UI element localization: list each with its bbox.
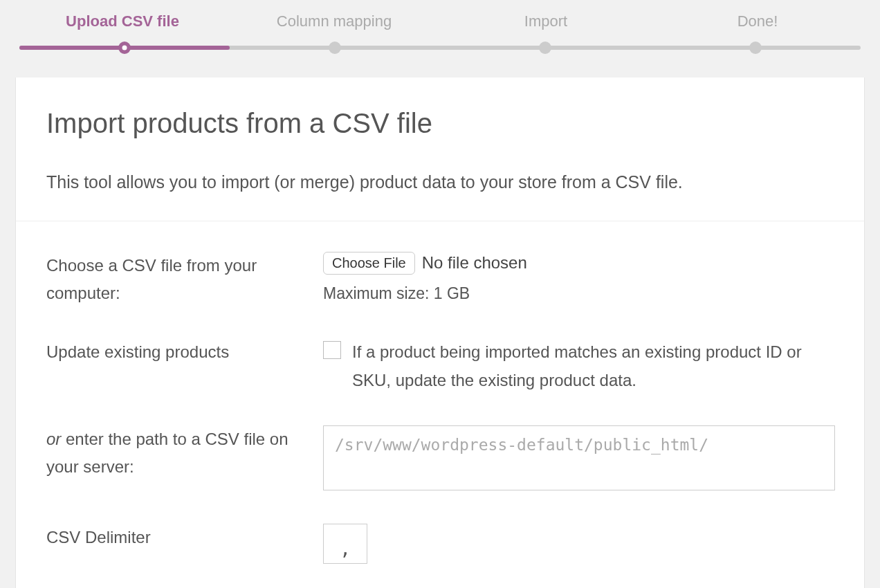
server-path-input[interactable]	[323, 425, 835, 490]
server-path-label-text: enter the path to a CSV file on your ser…	[46, 430, 288, 477]
step-column-mapping[interactable]: Column mapping	[228, 12, 440, 30]
stepper-marker-4	[749, 42, 762, 54]
stepper-marker-2	[329, 42, 341, 54]
server-path-or: or	[46, 430, 61, 448]
panel-header: Import products from a CSV file This too…	[16, 77, 864, 221]
update-existing-checkbox[interactable]	[323, 341, 341, 359]
stepper-track	[19, 46, 861, 50]
file-chosen-status: No file chosen	[422, 253, 527, 273]
delimiter-label: CSV Delimiter	[46, 524, 323, 552]
progress-stepper: Upload CSV file Column mapping Import Do…	[0, 0, 880, 64]
max-size-hint: Maximum size: 1 GB	[323, 284, 834, 303]
update-existing-label: Update existing products	[46, 338, 323, 367]
step-import[interactable]: Import	[440, 12, 652, 30]
form-body: Choose a CSV file from your computer: Ch…	[16, 221, 864, 564]
row-delimiter: CSV Delimiter	[46, 524, 834, 564]
stepper-marker-3	[539, 42, 551, 54]
row-update-existing: Update existing products If a product be…	[46, 338, 834, 395]
page-subtitle: This tool allows you to import (or merge…	[46, 169, 834, 196]
update-existing-description: If a product being imported matches an e…	[352, 338, 834, 395]
delimiter-input[interactable]	[323, 524, 367, 564]
server-path-label: or enter the path to a CSV file on your …	[46, 425, 323, 482]
page-title: Import products from a CSV file	[46, 108, 834, 139]
row-server-path: or enter the path to a CSV file on your …	[46, 425, 834, 493]
stepper-marker-1	[118, 42, 131, 54]
step-upload-csv[interactable]: Upload CSV file	[17, 12, 228, 30]
row-choose-file: Choose a CSV file from your computer: Ch…	[46, 252, 834, 309]
step-done[interactable]: Done!	[652, 12, 863, 30]
choose-file-button[interactable]: Choose File	[323, 252, 415, 275]
choose-file-label: Choose a CSV file from your computer:	[46, 252, 323, 309]
import-panel: Import products from a CSV file This too…	[15, 77, 865, 588]
